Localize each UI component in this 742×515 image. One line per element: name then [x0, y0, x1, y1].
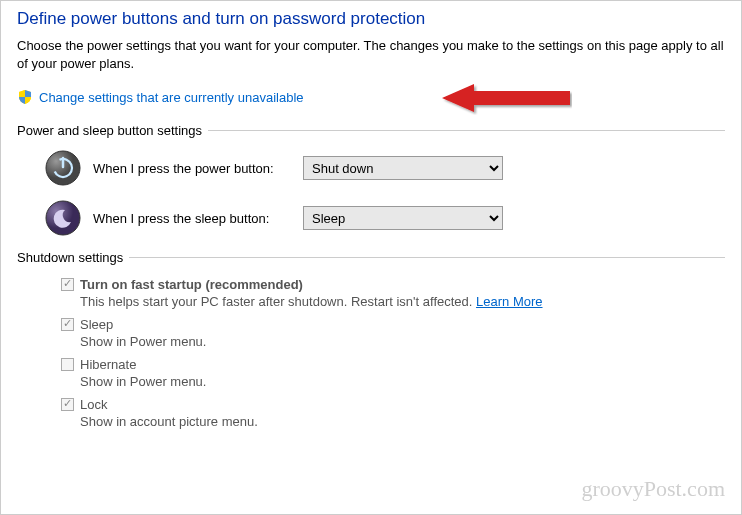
shutdown-header-text: Shutdown settings — [17, 250, 123, 265]
fast-startup-label: Turn on fast startup (recommended) — [80, 277, 303, 292]
hibernate-desc: Show in Power menu. — [80, 374, 725, 389]
hibernate-label: Hibernate — [80, 357, 136, 372]
divider — [129, 257, 725, 258]
lock-label: Lock — [80, 397, 107, 412]
power-icon — [45, 150, 81, 186]
power-button-dropdown[interactable]: Shut down — [303, 156, 503, 180]
shield-icon — [17, 89, 33, 105]
sleep-row: Sleep Show in Power menu. — [61, 317, 725, 349]
learn-more-link[interactable]: Learn More — [476, 294, 542, 309]
hibernate-row: Hibernate Show in Power menu. — [61, 357, 725, 389]
fast-startup-row: Turn on fast startup (recommended) This … — [61, 277, 725, 309]
power-button-row: When I press the power button: Shut down — [45, 150, 725, 186]
sleep-button-row: When I press the sleep button: Sleep — [45, 200, 725, 236]
sleep-label: Sleep — [80, 317, 113, 332]
change-settings-link[interactable]: Change settings that are currently unava… — [39, 90, 304, 105]
sleep-button-dropdown[interactable]: Sleep — [303, 206, 503, 230]
sleep-button-label: When I press the sleep button: — [93, 211, 303, 226]
power-button-label: When I press the power button: — [93, 161, 303, 176]
page-description: Choose the power settings that you want … — [17, 37, 725, 73]
lock-checkbox[interactable] — [61, 398, 74, 411]
arrow-annotation-icon — [442, 81, 572, 118]
divider — [208, 130, 725, 131]
sleep-desc: Show in Power menu. — [80, 334, 725, 349]
hibernate-checkbox[interactable] — [61, 358, 74, 371]
page-title: Define power buttons and turn on passwor… — [17, 9, 725, 29]
lock-row: Lock Show in account picture menu. — [61, 397, 725, 429]
svg-marker-0 — [442, 84, 570, 112]
shutdown-section-header: Shutdown settings — [17, 250, 725, 265]
change-settings-row: Change settings that are currently unava… — [17, 89, 725, 105]
sleep-checkbox[interactable] — [61, 318, 74, 331]
fast-startup-desc: This helps start your PC faster after sh… — [80, 294, 725, 309]
fast-startup-checkbox[interactable] — [61, 278, 74, 291]
lock-desc: Show in account picture menu. — [80, 414, 725, 429]
power-sleep-header-text: Power and sleep button settings — [17, 123, 202, 138]
watermark: groovyPost.com — [581, 476, 725, 502]
sleep-icon — [45, 200, 81, 236]
power-sleep-section-header: Power and sleep button settings — [17, 123, 725, 138]
